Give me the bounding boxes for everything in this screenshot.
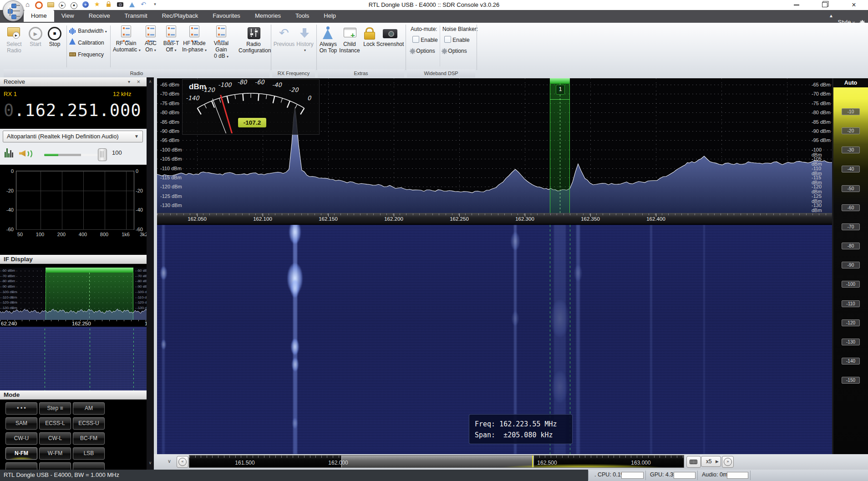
mode-button-cut[interactable] [39, 462, 71, 470]
tab-list: HomeViewReceiveTransmitRec/PlaybackFavou… [24, 10, 343, 22]
tab-favourites[interactable]: Favourites [205, 10, 248, 22]
mode-button-step[interactable]: Step ≡ [39, 402, 71, 415]
hf-mode-value[interactable]: In-phase ▾ [182, 46, 207, 54]
scroll-down-icon[interactable]: ∨ [147, 461, 154, 465]
mode-button-cwu[interactable]: CW-U [5, 432, 37, 445]
nav-view-window[interactable] [341, 456, 534, 468]
always-on-top-button[interactable]: Always On Top [318, 25, 339, 54]
spectrum-db-label: -95 dBm [812, 138, 831, 143]
if-waterfall[interactable] [0, 327, 154, 390]
automute-enable-checkbox[interactable]: Enable [412, 35, 438, 45]
hf-mode-button[interactable]: HF ModeIn-phase ▾ [182, 25, 207, 54]
nav-zoom-button[interactable]: x5▶ [701, 456, 721, 467]
nav-freq-label: 161.500 [235, 460, 254, 466]
tab-transmit[interactable]: Transmit [117, 10, 155, 22]
nav-ruler[interactable]: 161.500162.000162.500163.000 [189, 455, 684, 468]
mode-button-wfm[interactable]: W-FM [39, 447, 71, 460]
nav-scroll-left-button[interactable]: « [177, 456, 188, 468]
mode-button-[interactable]: • • • [5, 402, 37, 415]
mode-button-nfm[interactable]: N-FM [5, 447, 37, 460]
mode-button-am[interactable]: AM [73, 402, 105, 415]
tab-home[interactable]: Home [24, 10, 54, 22]
spectrum-db-label: -120 dBm [160, 184, 182, 189]
rf-gain-button[interactable]: RF GainAutomatic ▾ [113, 25, 139, 54]
bias-t-button[interactable]: Bias-TOff ▾ [161, 25, 181, 54]
mode-button-lsb[interactable]: LSB [73, 447, 105, 460]
nav-scroll-right-button[interactable]: » [722, 456, 734, 468]
noise-blanker-enable-checkbox[interactable]: Enable [444, 35, 470, 45]
bandwidth-button[interactable]: Bandwidth ▾ [69, 26, 107, 35]
frequency-button[interactable]: Frequency [69, 50, 104, 59]
select-radio-button[interactable]: ▶ Select Radio [4, 25, 25, 54]
titlebar: ⌂ ▶ ■ + ★ ↶ ▾ RTL Dongle USB - E4000 :: … [0, 0, 868, 10]
volume-slider-track[interactable] [44, 154, 106, 156]
frequency-navigation-bar: ∨ « 161.500162.000162.500163.000 x5▶ » [154, 454, 868, 470]
spectrum-db-label: -130 dBm [160, 203, 182, 208]
gear-icon [442, 49, 447, 53]
audio-y-tick: -20 [136, 188, 147, 193]
rf-gain-label: RF Gain [113, 40, 139, 46]
axis-freq-label: 162.050 [188, 216, 207, 222]
frequency-axis[interactable]: 162.050162.100162.150162.200162.250162.3… [157, 213, 832, 225]
radio-configuration-button[interactable]: Radio Configuration [239, 25, 269, 54]
tab-help[interactable]: Help [316, 10, 343, 22]
frequency-display[interactable]: RX 1 12 kHz 0.162.251.000 [0, 88, 147, 129]
scroll-up-icon[interactable]: ∧ [147, 79, 154, 84]
noise-blanker-options-button[interactable]: Options [442, 46, 467, 56]
waterfall[interactable]: Freq: 162.223.55 MHzSpan: ±205.080 kHz [157, 225, 832, 454]
stop-button[interactable]: ■ Stop [46, 25, 64, 47]
mode-button-bcfm[interactable]: BC-FM [73, 432, 105, 445]
tab-rec-playback[interactable]: Rec/Playback [155, 10, 205, 22]
tab-memories[interactable]: Memories [248, 10, 288, 22]
maximize-button[interactable] [822, 2, 827, 7]
close-button[interactable]: × [849, 0, 858, 10]
app-logo[interactable] [3, 0, 24, 21]
minimize-button[interactable] [794, 5, 799, 5]
equalizer-icon[interactable] [5, 148, 14, 159]
agc-button[interactable]: AGCOn ▾ [141, 25, 160, 54]
waterfall-signal-blob [161, 339, 166, 349]
speaker-icon[interactable] [19, 148, 31, 158]
left-panel-scrollbar[interactable]: ∧ ∨ [147, 77, 154, 470]
mode-button-ecssl[interactable]: ECSS-L [39, 417, 71, 430]
agc-value[interactable]: On ▾ [141, 46, 160, 54]
chevron-right-icon[interactable]: ▶ [716, 456, 719, 466]
screenshot-button[interactable]: Screenshot [376, 25, 404, 47]
history-button[interactable]: History ▾ [295, 25, 315, 52]
palette-auto-button[interactable]: Auto [833, 78, 868, 87]
mode-button-cwl[interactable]: CW-L [39, 432, 71, 445]
panel-close-icon[interactable]: × [137, 77, 140, 86]
automute-options-button[interactable]: Options [411, 46, 435, 56]
previous-button[interactable]: ↶ Previous [273, 25, 295, 47]
audio-y-tick: -20 [2, 188, 14, 193]
tab-receive[interactable]: Receive [81, 10, 117, 22]
visual-gain-value[interactable]: 0 dB ▾ [208, 53, 234, 60]
nav-options-chevron-icon[interactable]: ∨ [168, 458, 171, 464]
tab-tools[interactable]: Tools [288, 10, 316, 22]
child-instance-button[interactable]: + Child Instance [339, 25, 360, 54]
rf-spectrum[interactable]: -65 dBm-65 dBm-70 dBm-70 dBm-75 dBm-75 d… [157, 78, 832, 213]
volume-slider-handle[interactable] [98, 148, 107, 161]
if-spectrum[interactable]: -60 dBm-60 dBm-70 dBm-70 dBm-80 dBm-80 d… [0, 268, 154, 320]
frequency-value[interactable]: 0.162.251.000 [4, 101, 142, 120]
tab-view[interactable]: View [54, 10, 81, 22]
nav-keyboard-button[interactable] [686, 456, 701, 468]
audio-device-select[interactable]: Altoparlanti (Realtek High Definition Au… [3, 131, 143, 142]
rx-label: RX 1 [4, 91, 17, 97]
cone-icon [318, 25, 339, 41]
mode-button-cut[interactable] [73, 462, 105, 470]
waterfall-palette[interactable]: -10-20-30-40-50-60-70-80-90-100-110-120-… [833, 78, 868, 454]
bias-t-value[interactable]: Off ▾ [161, 46, 181, 54]
rx-marker-cap[interactable] [550, 78, 570, 84]
rf-gain-value[interactable]: Automatic ▾ [113, 46, 139, 54]
visual-gain-button[interactable]: Visual Gain0 dB ▾ [208, 25, 234, 60]
mode-button-ecssu[interactable]: ECSS-U [73, 417, 105, 430]
rx-marker-badge[interactable]: 1 [556, 85, 565, 95]
start-button[interactable]: ▶ Start [26, 25, 45, 47]
calibration-button[interactable]: Calibration [69, 38, 104, 47]
mode-button-sam[interactable]: SAM [5, 417, 37, 430]
lock-button[interactable]: Lock [360, 25, 378, 47]
audio-spectrum-graph[interactable]: 00-20-20-40-40-60-60501002004008001k63k2 [0, 165, 154, 241]
panel-pin-icon[interactable]: ▾ [128, 77, 130, 86]
mode-button-cut[interactable] [5, 462, 37, 470]
